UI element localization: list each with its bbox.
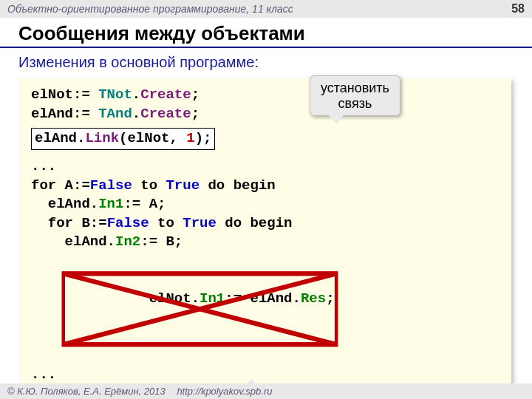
svg-rect-0	[63, 273, 335, 344]
code-line: for A:=False to True do begin	[31, 177, 501, 196]
slide-subtitle: Изменения в основной программе:	[0, 48, 532, 78]
code-line: elAnd.In1:= A;	[31, 195, 501, 214]
code-line: elAnd.In2:= B;	[31, 233, 501, 252]
code-line-highlighted: elAnd.Link(elNot, 1);	[31, 123, 501, 150]
svg-line-1	[63, 273, 335, 344]
code-line-crossed: elNot.In1:= elAnd.Res;	[31, 252, 501, 366]
copyright: © К.Ю. Поляков, Е.А. Ерёмин, 2013	[7, 386, 166, 397]
callout-text: установить связь	[321, 81, 389, 111]
code-line: elNot:= TNot.Create;	[31, 86, 501, 105]
cross-out-icon	[61, 270, 339, 349]
code-line: ...	[31, 366, 501, 385]
svg-line-2	[63, 273, 335, 344]
code-block: elNot:= TNot.Create; elAnd:= TAnd.Create…	[21, 78, 511, 395]
slide-title: Сообщения между объектами	[0, 18, 532, 48]
course-name: Объектно-ориентированное программировани…	[7, 3, 293, 15]
code-line: for B:=False to True do begin	[31, 214, 501, 233]
code-line: ...	[31, 157, 501, 177]
callout-link: установить связь	[310, 75, 400, 116]
page-number: 58	[511, 2, 525, 16]
code-line: elAnd:= TAnd.Create;	[31, 105, 501, 124]
footer-url: http://kpolyakov.spb.ru	[177, 386, 272, 397]
slide-footer: © К.Ю. Поляков, Е.А. Ерёмин, 2013 http:/…	[0, 383, 532, 399]
slide-header: Объектно-ориентированное программировани…	[0, 0, 532, 18]
